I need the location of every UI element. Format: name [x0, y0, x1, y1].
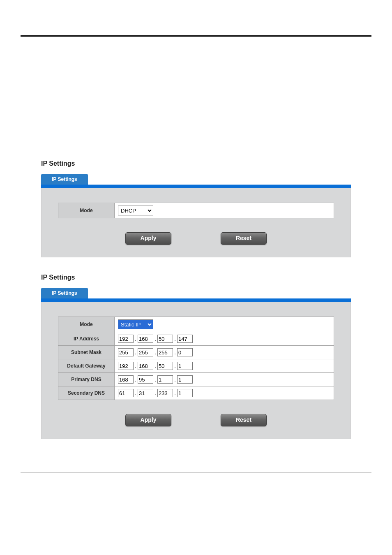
subnet-mask-octet-1[interactable] — [118, 348, 134, 356]
dot-separator: . — [134, 363, 138, 369]
ip-address-octet-3[interactable] — [157, 335, 173, 343]
dot-separator: . — [134, 349, 138, 356]
apply-button[interactable]: Apply — [125, 414, 171, 426]
ip-address-octet-2[interactable] — [138, 335, 153, 343]
reset-button[interactable]: Reset — [221, 414, 267, 426]
ip-address-octet-1[interactable] — [118, 335, 134, 343]
mode-select-dhcp[interactable]: DHCPStatic IP — [118, 206, 153, 215]
label-mode: Mode — [58, 317, 115, 332]
dot-separator: . — [153, 349, 157, 356]
row-secondary-dns: Secondary DNS ... — [58, 386, 334, 400]
default-gateway-octet-3[interactable] — [157, 362, 173, 370]
subnet-mask-octet-3[interactable] — [157, 348, 173, 356]
row-mode-dhcp: Mode DHCPStatic IP — [58, 203, 334, 218]
section2-panel: Mode DHCPStatic IP IP Address ... Subnet… — [41, 302, 351, 439]
dot-separator: . — [134, 336, 138, 342]
label-mode: Mode — [58, 203, 115, 218]
ip-address-octet-4[interactable] — [177, 335, 193, 343]
default-gateway-octet-1[interactable] — [118, 362, 134, 370]
default-gateway-octet-4[interactable] — [177, 362, 193, 370]
row-subnet-mask: Subnet Mask ... — [58, 346, 334, 359]
mode-select-static[interactable]: DHCPStatic IP — [118, 319, 153, 329]
reset-button[interactable]: Reset — [221, 232, 267, 245]
primary-dns-octet-1[interactable] — [118, 375, 134, 384]
section1-blue-bar — [41, 185, 351, 188]
section1-panel: Mode DHCPStatic IP Apply Reset — [41, 188, 351, 257]
row-mode-static: Mode DHCPStatic IP — [58, 317, 334, 332]
dot-separator: . — [134, 377, 138, 383]
dot-separator: . — [173, 349, 177, 356]
dot-separator: . — [153, 336, 157, 342]
dot-separator: . — [153, 363, 157, 369]
primary-dns-octet-2[interactable] — [138, 375, 153, 384]
section2-title: IP Settings — [41, 274, 392, 281]
row-default-gateway: Default Gateway ... — [58, 359, 334, 373]
secondary-dns-octet-3[interactable] — [157, 389, 173, 397]
subnet-mask-octet-4[interactable] — [177, 348, 193, 356]
dot-separator: . — [153, 390, 157, 396]
section1-tab[interactable]: IP Settings — [41, 174, 88, 185]
row-primary-dns: Primary DNS ... — [58, 373, 334, 386]
label-primary-dns: Primary DNS — [58, 373, 115, 386]
section1-title: IP Settings — [41, 160, 392, 167]
secondary-dns-octet-4[interactable] — [177, 389, 193, 397]
dot-separator: . — [173, 363, 177, 369]
secondary-dns-octet-1[interactable] — [118, 389, 134, 397]
section2-blue-bar — [41, 298, 351, 302]
primary-dns-octet-3[interactable] — [157, 375, 173, 384]
default-gateway-octet-2[interactable] — [138, 362, 153, 370]
dot-separator: . — [173, 390, 177, 396]
secondary-dns-octet-2[interactable] — [138, 389, 153, 397]
apply-button[interactable]: Apply — [125, 232, 171, 245]
label-subnet-mask: Subnet Mask — [58, 346, 115, 359]
subnet-mask-octet-2[interactable] — [138, 348, 153, 356]
label-secondary-dns: Secondary DNS — [58, 386, 115, 400]
label-default-gateway: Default Gateway — [58, 359, 115, 373]
dot-separator: . — [134, 390, 138, 396]
label-ip-address: IP Address — [58, 332, 115, 346]
dot-separator: . — [153, 377, 157, 383]
primary-dns-octet-4[interactable] — [177, 375, 193, 384]
section2-tab[interactable]: IP Settings — [41, 288, 88, 298]
row-ip-address: IP Address ... — [58, 332, 334, 346]
dot-separator: . — [173, 377, 177, 383]
dot-separator: . — [173, 336, 177, 342]
